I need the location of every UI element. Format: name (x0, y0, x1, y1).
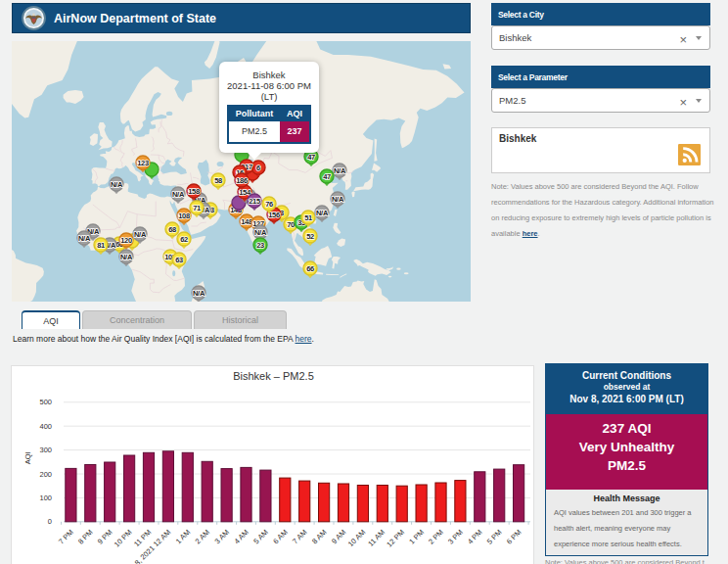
svg-text:9 AM: 9 AM (330, 528, 347, 545)
svg-text:N/A: N/A (332, 195, 344, 204)
svg-text:N/A: N/A (316, 209, 329, 217)
svg-text:11 AM: 11 AM (366, 528, 387, 548)
svg-text:63: 63 (175, 256, 183, 264)
svg-text:58: 58 (214, 176, 222, 185)
svg-text:47: 47 (307, 153, 315, 162)
svg-text:N/A: N/A (78, 234, 91, 243)
svg-text:N/A: N/A (134, 230, 147, 239)
svg-text:52: 52 (306, 232, 314, 241)
svg-text:123: 123 (137, 159, 149, 167)
svg-text:3 AM: 3 AM (213, 528, 231, 545)
svg-text:68: 68 (168, 225, 176, 234)
svg-text:5 PM: 5 PM (485, 528, 504, 546)
svg-text:158: 158 (188, 187, 200, 196)
svg-text:N/A: N/A (111, 180, 123, 189)
svg-text:300: 300 (39, 446, 52, 454)
svg-text:N/A: N/A (172, 190, 185, 199)
svg-text:10 PM: 10 PM (113, 528, 134, 549)
svg-text:47: 47 (323, 172, 331, 181)
svg-text:4 AM: 4 AM (232, 528, 250, 545)
svg-text:81: 81 (97, 241, 105, 250)
svg-text:186: 186 (236, 176, 248, 185)
svg-text:108: 108 (178, 212, 190, 220)
svg-text:N/A: N/A (120, 253, 133, 261)
svg-text:1 AM: 1 AM (174, 528, 192, 545)
svg-text:8 PM: 8 PM (76, 528, 95, 546)
svg-text:23: 23 (256, 241, 264, 250)
svg-text:4 PM: 4 PM (466, 528, 484, 546)
svg-text:100: 100 (39, 494, 52, 502)
svg-text:8 AM: 8 AM (310, 528, 328, 545)
svg-text:500: 500 (39, 398, 52, 406)
svg-text:7 PM: 7 PM (57, 528, 75, 546)
svg-text:5 AM: 5 AM (251, 528, 269, 545)
svg-text:AQI: AQI (23, 451, 32, 464)
svg-text:10 AM: 10 AM (346, 528, 367, 548)
svg-text:2 PM: 2 PM (427, 528, 445, 546)
svg-text:7 AM: 7 AM (291, 528, 308, 545)
svg-text:70: 70 (287, 220, 295, 229)
svg-text:66: 66 (306, 264, 314, 273)
svg-text:120: 120 (120, 236, 132, 245)
svg-text:62: 62 (180, 235, 188, 244)
svg-text:400: 400 (39, 422, 52, 431)
svg-text:6: 6 (256, 164, 260, 172)
svg-text:N/A: N/A (334, 166, 346, 175)
svg-text:N/A: N/A (254, 228, 267, 237)
svg-text:6 PM: 6 PM (505, 528, 523, 546)
svg-text:71: 71 (193, 204, 201, 212)
svg-text:0: 0 (48, 517, 52, 526)
svg-text:215: 215 (249, 197, 260, 206)
svg-text:12 PM: 12 PM (385, 528, 406, 549)
svg-text:2 AM: 2 AM (194, 528, 211, 545)
svg-text:6 AM: 6 AM (271, 528, 289, 545)
svg-text:51: 51 (304, 213, 312, 222)
svg-text:200: 200 (39, 470, 52, 479)
svg-text:3 PM: 3 PM (446, 528, 465, 546)
svg-text:148: 148 (241, 217, 252, 226)
svg-text:N/A: N/A (193, 289, 205, 298)
svg-text:1 PM: 1 PM (407, 528, 426, 546)
svg-text:9 PM: 9 PM (96, 528, 114, 546)
svg-text:76: 76 (265, 200, 273, 209)
